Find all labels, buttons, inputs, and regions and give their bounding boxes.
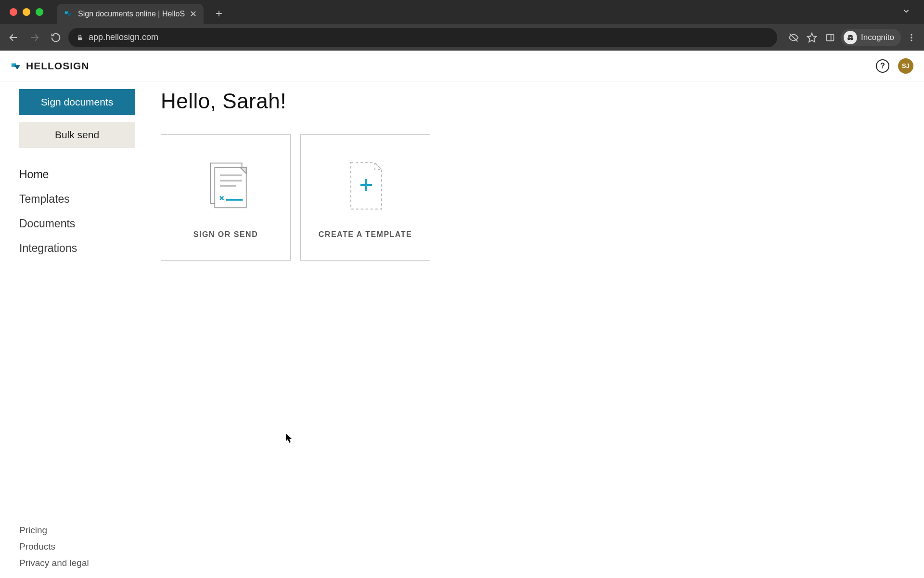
bulk-send-button[interactable]: Bulk send: [19, 122, 135, 148]
window-controls: [10, 8, 43, 16]
template-plus-icon: [341, 156, 389, 214]
forward-button[interactable]: [26, 29, 43, 46]
svg-point-7: [847, 37, 850, 40]
svg-point-8: [850, 37, 853, 40]
avatar[interactable]: SJ: [898, 58, 913, 74]
svg-marker-4: [808, 33, 816, 41]
svg-point-11: [911, 37, 912, 38]
reload-button[interactable]: [47, 29, 64, 46]
svg-rect-5: [827, 34, 834, 40]
browser-tab[interactable]: Sign documents online | HelloS ✕: [57, 4, 204, 24]
app-body: Sign documents Bulk send Home Templates …: [0, 51, 924, 578]
minimize-window-button[interactable]: [23, 8, 30, 16]
svg-rect-9: [850, 38, 851, 39]
svg-point-12: [911, 39, 912, 41]
logo-mark-icon: [11, 61, 21, 71]
url-field[interactable]: app.hellosign.com: [68, 28, 777, 47]
close-tab-icon[interactable]: ✕: [190, 9, 197, 19]
browser-chrome: Sign documents online | HelloS ✕ + app.h…: [0, 0, 924, 51]
card-label: CREATE A TEMPLATE: [319, 230, 412, 239]
main-content: Hello, Sarah! SIGN OR SEND: [154, 51, 924, 578]
footer-link-pricing[interactable]: Pricing: [19, 525, 135, 536]
card-sign-or-send[interactable]: SIGN OR SEND: [161, 134, 291, 261]
incognito-chip[interactable]: Incognito: [841, 29, 901, 46]
logo[interactable]: HELLOSIGN: [11, 60, 90, 72]
address-bar: app.hellosign.com Incognito: [0, 24, 924, 51]
page-title: Hello, Sarah!: [161, 89, 917, 113]
logo-text: HELLOSIGN: [26, 60, 90, 72]
svg-marker-20: [375, 163, 382, 170]
svg-point-10: [911, 34, 912, 35]
sidebar: Sign documents Bulk send Home Templates …: [0, 51, 154, 578]
avatar-initials: SJ: [902, 62, 910, 69]
sign-documents-button[interactable]: Sign documents: [19, 89, 135, 115]
card-create-template[interactable]: CREATE A TEMPLATE: [300, 134, 430, 261]
sidebar-item-integrations[interactable]: Integrations: [19, 242, 135, 255]
action-cards: SIGN OR SEND CREATE A TEMPLATE: [161, 134, 917, 261]
app-header: HELLOSIGN ? SJ: [0, 51, 924, 81]
incognito-label: Incognito: [861, 33, 894, 42]
lock-icon: [76, 34, 84, 41]
svg-rect-14: [215, 168, 246, 208]
sidebar-item-templates[interactable]: Templates: [19, 193, 135, 206]
footer-link-products[interactable]: Products: [19, 541, 135, 552]
card-label: SIGN OR SEND: [193, 230, 258, 239]
panel-icon[interactable]: [822, 30, 838, 45]
document-sign-icon: [202, 156, 250, 214]
sidebar-footer: Pricing Products Privacy and legal: [19, 525, 135, 578]
incognito-icon: [844, 31, 857, 44]
kebab-menu-icon[interactable]: [904, 30, 919, 45]
sidebar-item-documents[interactable]: Documents: [19, 217, 135, 230]
sidebar-item-home[interactable]: Home: [19, 168, 135, 181]
eye-off-icon[interactable]: [786, 30, 801, 45]
tab-title: Sign documents online | HelloS: [78, 10, 185, 18]
tabs-overflow-icon[interactable]: [902, 7, 911, 17]
svg-rect-2: [78, 37, 82, 40]
tab-bar: Sign documents online | HelloS ✕ +: [0, 0, 924, 24]
new-tab-button[interactable]: +: [212, 7, 226, 20]
sidebar-nav: Home Templates Documents Integrations: [19, 168, 135, 255]
favicon-icon: [64, 9, 73, 19]
help-icon[interactable]: ?: [876, 59, 889, 73]
back-button[interactable]: [5, 29, 22, 46]
maximize-window-button[interactable]: [36, 8, 43, 16]
star-icon[interactable]: [804, 30, 820, 45]
footer-link-privacy[interactable]: Privacy and legal: [19, 558, 135, 568]
url-text: app.hellosign.com: [89, 32, 158, 42]
close-window-button[interactable]: [10, 8, 17, 16]
